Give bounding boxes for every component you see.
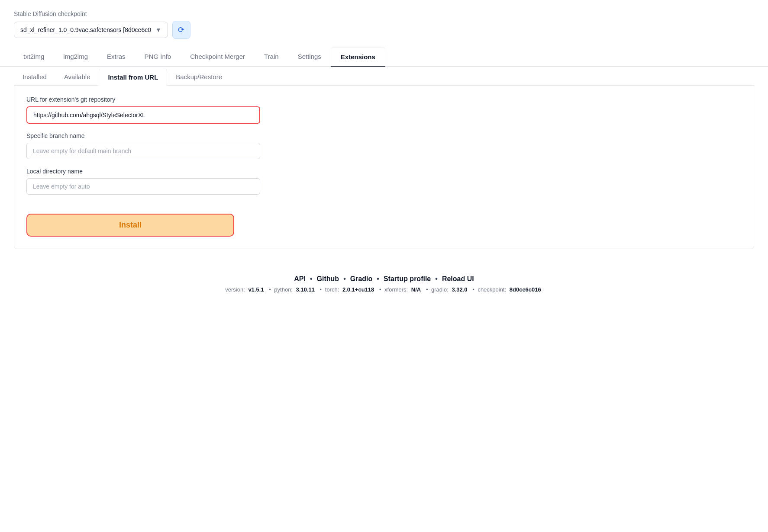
footer-xformers-value: N/A	[411, 286, 421, 293]
footer-startup-profile-link[interactable]: Startup profile	[384, 275, 431, 283]
tab-txt2img[interactable]: txt2img	[14, 48, 54, 67]
footer-links: API • Github • Gradio • Startup profile …	[0, 275, 768, 283]
footer-dot-3: •	[377, 275, 379, 283]
sub-tab-available[interactable]: Available	[55, 69, 99, 86]
footer: API • Github • Gradio • Startup profile …	[0, 275, 768, 303]
url-label: URL for extension's git repository	[26, 96, 742, 103]
chevron-down-icon: ▼	[155, 26, 161, 33]
tab-train[interactable]: Train	[255, 48, 288, 67]
sub-tab-installed[interactable]: Installed	[14, 69, 55, 86]
url-input[interactable]	[26, 106, 260, 124]
footer-python-value: 3.10.11	[296, 286, 315, 293]
branch-input[interactable]	[26, 143, 260, 159]
footer-gradio-value: 3.32.0	[452, 286, 467, 293]
tab-settings[interactable]: Settings	[288, 48, 331, 67]
dir-label: Local directory name	[26, 168, 742, 175]
footer-sep-3: •	[379, 286, 383, 293]
tab-extras[interactable]: Extras	[97, 48, 135, 67]
tab-png-info[interactable]: PNG Info	[135, 48, 181, 67]
checkpoint-label: Stable Diffusion checkpoint	[14, 10, 754, 17]
checkpoint-row: sd_xl_refiner_1.0_0.9vae.safetensors [8d…	[14, 21, 754, 39]
url-field-group: URL for extension's git repository	[26, 96, 742, 124]
refresh-icon: ⟳	[178, 25, 184, 35]
footer-dot-4: •	[435, 275, 438, 283]
footer-torch-value: 2.0.1+cu118	[342, 286, 374, 293]
footer-sep-2: •	[320, 286, 323, 293]
footer-api-link[interactable]: API	[294, 275, 306, 283]
install-button[interactable]: Install	[26, 214, 234, 237]
form-panel: URL for extension's git repository Speci…	[14, 86, 754, 249]
content-area: Installed Available Install from URL Bac…	[0, 67, 768, 249]
top-section: Stable Diffusion checkpoint sd_xl_refine…	[0, 0, 768, 39]
sub-tab-backup-restore[interactable]: Backup/Restore	[167, 69, 231, 86]
sub-tab-install-from-url[interactable]: Install from URL	[99, 69, 167, 86]
footer-sep-4: •	[426, 286, 429, 293]
checkpoint-select[interactable]: sd_xl_refiner_1.0_0.9vae.safetensors [8d…	[14, 22, 168, 38]
footer-version-line: version: v1.5.1 • python: 3.10.11 • torc…	[0, 286, 768, 293]
footer-reload-ui-link[interactable]: Reload UI	[442, 275, 474, 283]
dir-input[interactable]	[26, 178, 260, 195]
footer-version-value: v1.5.1	[248, 286, 264, 293]
footer-checkpoint-value: 8d0ce6c016	[510, 286, 541, 293]
footer-github-link[interactable]: Github	[317, 275, 339, 283]
sub-tabs: Installed Available Install from URL Bac…	[14, 67, 754, 86]
tab-extensions[interactable]: Extensions	[331, 48, 385, 67]
footer-sep-1: •	[269, 286, 272, 293]
refresh-button[interactable]: ⟳	[172, 21, 190, 39]
footer-dot-2: •	[343, 275, 346, 283]
branch-label: Specific branch name	[26, 132, 742, 139]
footer-sep-5: •	[472, 286, 476, 293]
checkpoint-value: sd_xl_refiner_1.0_0.9vae.safetensors [8d…	[20, 26, 151, 33]
main-tabs: txt2img img2img Extras PNG Info Checkpoi…	[0, 48, 768, 67]
dir-field-group: Local directory name	[26, 168, 742, 195]
tab-checkpoint-merger[interactable]: Checkpoint Merger	[181, 48, 255, 67]
footer-dot-1: •	[310, 275, 313, 283]
tab-img2img[interactable]: img2img	[54, 48, 97, 67]
footer-gradio-link[interactable]: Gradio	[350, 275, 373, 283]
branch-field-group: Specific branch name	[26, 132, 742, 159]
